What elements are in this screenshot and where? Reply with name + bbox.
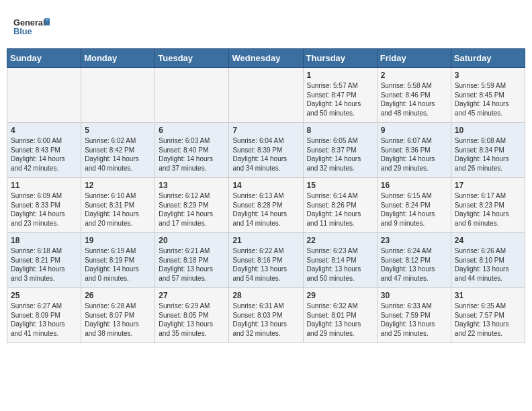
day-info: Sunrise: 6:35 AM Sunset: 7:57 PM Dayligh… [455,302,521,338]
calendar-cell [229,68,303,123]
day-number: 19 [85,236,151,245]
day-info: Sunrise: 6:32 AM Sunset: 8:01 PM Dayligh… [307,302,373,338]
day-number: 21 [232,236,299,245]
calendar-cell: 8Sunrise: 6:05 AM Sunset: 8:37 PM Daylig… [303,123,377,178]
day-number: 13 [159,181,225,190]
day-info: Sunrise: 6:19 AM Sunset: 8:19 PM Dayligh… [85,246,151,283]
day-number: 3 [455,71,521,80]
calendar-cell: 11Sunrise: 6:09 AM Sunset: 8:33 PM Dayli… [7,178,81,233]
calendar-cell: 14Sunrise: 6:13 AM Sunset: 8:28 PM Dayli… [229,178,303,233]
weekday-header-friday: Friday [377,49,451,68]
day-info: Sunrise: 6:08 AM Sunset: 8:34 PM Dayligh… [455,136,521,173]
day-info: Sunrise: 5:59 AM Sunset: 8:45 PM Dayligh… [455,81,521,118]
day-info: Sunrise: 6:26 AM Sunset: 8:10 PM Dayligh… [455,246,521,283]
logo: General Blue [13,12,54,42]
day-info: Sunrise: 6:09 AM Sunset: 8:33 PM Dayligh… [11,191,77,228]
calendar-week-2: 4Sunrise: 6:00 AM Sunset: 8:43 PM Daylig… [7,123,525,178]
header: General Blue [0,0,532,48]
day-number: 8 [307,126,373,135]
calendar-cell: 6Sunrise: 6:03 AM Sunset: 8:40 PM Daylig… [155,123,229,178]
calendar-table: SundayMondayTuesdayWednesdayThursdayFrid… [7,48,525,343]
day-number: 22 [307,236,373,245]
calendar-cell: 22Sunrise: 6:23 AM Sunset: 8:14 PM Dayli… [303,233,377,288]
calendar-cell: 17Sunrise: 6:17 AM Sunset: 8:23 PM Dayli… [451,178,525,233]
weekday-header-wednesday: Wednesday [229,49,303,68]
day-info: Sunrise: 6:27 AM Sunset: 8:09 PM Dayligh… [11,302,77,338]
calendar-week-5: 25Sunrise: 6:27 AM Sunset: 8:09 PM Dayli… [7,288,525,343]
day-number: 16 [381,181,447,190]
day-number: 27 [159,291,225,300]
day-info: Sunrise: 6:02 AM Sunset: 8:42 PM Dayligh… [85,136,151,173]
day-number: 26 [85,291,151,300]
day-number: 9 [381,126,447,135]
calendar-cell: 9Sunrise: 6:07 AM Sunset: 8:36 PM Daylig… [377,123,451,178]
calendar-cell: 24Sunrise: 6:26 AM Sunset: 8:10 PM Dayli… [451,233,525,288]
calendar-cell: 10Sunrise: 6:08 AM Sunset: 8:34 PM Dayli… [451,123,525,178]
calendar-cell: 31Sunrise: 6:35 AM Sunset: 7:57 PM Dayli… [451,288,525,343]
day-number: 31 [455,291,521,300]
day-number: 12 [85,181,151,190]
weekday-header-saturday: Saturday [451,49,525,68]
day-info: Sunrise: 6:23 AM Sunset: 8:14 PM Dayligh… [307,246,373,283]
day-number: 29 [307,291,373,300]
calendar-cell: 23Sunrise: 6:24 AM Sunset: 8:12 PM Dayli… [377,233,451,288]
calendar-week-4: 18Sunrise: 6:18 AM Sunset: 8:21 PM Dayli… [7,233,525,288]
calendar-cell: 2Sunrise: 5:58 AM Sunset: 8:46 PM Daylig… [377,68,451,123]
svg-text:General: General [13,17,45,28]
calendar-wrapper: SundayMondayTuesdayWednesdayThursdayFrid… [0,48,532,350]
day-info: Sunrise: 6:00 AM Sunset: 8:43 PM Dayligh… [11,136,77,173]
day-info: Sunrise: 6:10 AM Sunset: 8:31 PM Dayligh… [85,191,151,228]
calendar-week-1: 1Sunrise: 5:57 AM Sunset: 8:47 PM Daylig… [7,68,525,123]
day-number: 25 [11,291,77,300]
day-number: 18 [11,236,77,245]
calendar-cell: 15Sunrise: 6:14 AM Sunset: 8:26 PM Dayli… [303,178,377,233]
day-number: 20 [159,236,225,245]
day-info: Sunrise: 6:29 AM Sunset: 8:05 PM Dayligh… [159,302,225,338]
day-info: Sunrise: 6:12 AM Sunset: 8:29 PM Dayligh… [159,191,225,228]
calendar-cell: 7Sunrise: 6:04 AM Sunset: 8:39 PM Daylig… [229,123,303,178]
day-info: Sunrise: 6:24 AM Sunset: 8:12 PM Dayligh… [381,246,447,283]
calendar-cell [81,68,155,123]
day-info: Sunrise: 6:17 AM Sunset: 8:23 PM Dayligh… [455,191,521,228]
day-number: 2 [381,71,447,80]
calendar-cell [7,68,81,123]
day-info: Sunrise: 6:07 AM Sunset: 8:36 PM Dayligh… [381,136,447,173]
calendar-cell: 20Sunrise: 6:21 AM Sunset: 8:18 PM Dayli… [155,233,229,288]
calendar-cell: 13Sunrise: 6:12 AM Sunset: 8:29 PM Dayli… [155,178,229,233]
weekday-header-sunday: Sunday [7,49,81,68]
day-number: 4 [11,126,77,135]
day-info: Sunrise: 6:14 AM Sunset: 8:26 PM Dayligh… [307,191,373,228]
day-info: Sunrise: 6:03 AM Sunset: 8:40 PM Dayligh… [159,136,225,173]
day-number: 1 [307,71,373,80]
day-number: 24 [455,236,521,245]
calendar-cell [155,68,229,123]
day-number: 5 [85,126,151,135]
calendar-cell: 1Sunrise: 5:57 AM Sunset: 8:47 PM Daylig… [303,68,377,123]
day-info: Sunrise: 6:22 AM Sunset: 8:16 PM Dayligh… [232,246,299,283]
weekday-header-thursday: Thursday [303,49,377,68]
calendar-cell: 19Sunrise: 6:19 AM Sunset: 8:19 PM Dayli… [81,233,155,288]
calendar-cell: 16Sunrise: 6:15 AM Sunset: 8:24 PM Dayli… [377,178,451,233]
day-number: 10 [455,126,521,135]
day-number: 15 [307,181,373,190]
day-info: Sunrise: 6:15 AM Sunset: 8:24 PM Dayligh… [381,191,447,228]
weekday-header-tuesday: Tuesday [155,49,229,68]
weekday-header-row: SundayMondayTuesdayWednesdayThursdayFrid… [7,49,525,68]
calendar-cell: 12Sunrise: 6:10 AM Sunset: 8:31 PM Dayli… [81,178,155,233]
calendar-cell: 28Sunrise: 6:31 AM Sunset: 8:03 PM Dayli… [229,288,303,343]
calendar-cell: 26Sunrise: 6:28 AM Sunset: 8:07 PM Dayli… [81,288,155,343]
calendar-cell: 30Sunrise: 6:33 AM Sunset: 7:59 PM Dayli… [377,288,451,343]
day-number: 17 [455,181,521,190]
day-number: 23 [381,236,447,245]
calendar-cell: 27Sunrise: 6:29 AM Sunset: 8:05 PM Dayli… [155,288,229,343]
day-info: Sunrise: 6:31 AM Sunset: 8:03 PM Dayligh… [232,302,299,338]
weekday-header-monday: Monday [81,49,155,68]
calendar-week-3: 11Sunrise: 6:09 AM Sunset: 8:33 PM Dayli… [7,178,525,233]
svg-text:Blue: Blue [13,26,32,36]
calendar-cell: 5Sunrise: 6:02 AM Sunset: 8:42 PM Daylig… [81,123,155,178]
day-info: Sunrise: 6:18 AM Sunset: 8:21 PM Dayligh… [11,246,77,283]
day-number: 30 [381,291,447,300]
calendar-cell: 29Sunrise: 6:32 AM Sunset: 8:01 PM Dayli… [303,288,377,343]
day-info: Sunrise: 6:13 AM Sunset: 8:28 PM Dayligh… [232,191,299,228]
logo-svg: General Blue [13,12,54,42]
